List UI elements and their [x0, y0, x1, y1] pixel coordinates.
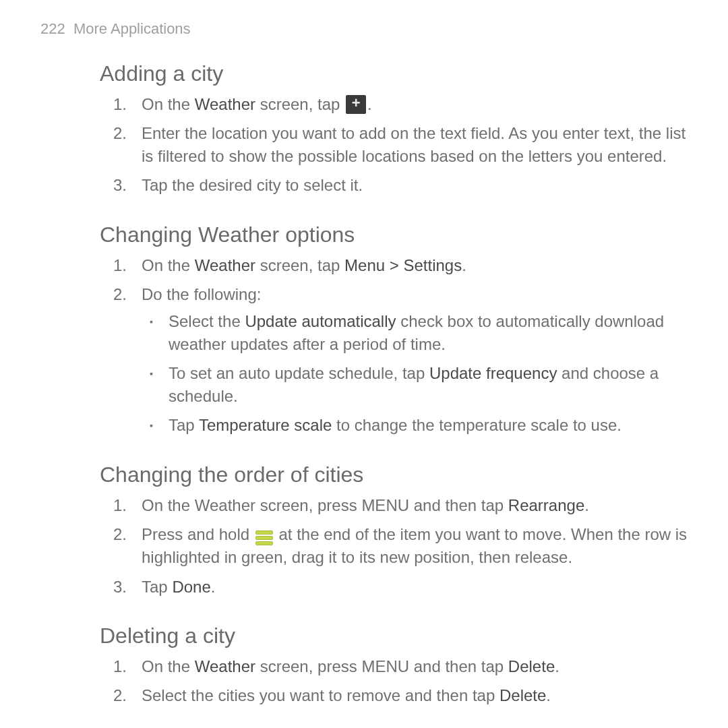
step-item: 3. Tap Done. — [40, 576, 688, 599]
ui-label-weather: Weather — [195, 95, 255, 113]
step-text: On the Weather screen, press MENU and th… — [142, 496, 508, 514]
page-number: 222 — [40, 20, 65, 37]
step-item: 2. Select the cities you want to remove … — [40, 684, 688, 707]
bullet-text: to change the temperature scale to use. — [332, 416, 621, 434]
ui-label-delete: Delete — [508, 657, 555, 675]
section-changing-options: Changing Weather options 1. On the Weath… — [40, 220, 688, 437]
step-item: 1. On the Weather screen, tap Menu > Set… — [40, 254, 688, 277]
ui-label-delete: Delete — [499, 686, 546, 704]
step-text: Tap — [142, 578, 172, 596]
step-item: 3. Tap the desired city to select it. — [40, 174, 688, 197]
ui-label-menu-settings: Menu > Settings — [344, 256, 462, 274]
ui-label-update-automatically: Update automatically — [245, 312, 396, 330]
steps-list: 1. On the Weather screen, tap Menu > Set… — [40, 254, 688, 437]
steps-list: 1. On the Weather screen, tap . 2. Enter… — [40, 93, 688, 197]
step-item: 2. Enter the location you want to add on… — [40, 122, 688, 167]
ui-label-update-frequency: Update frequency — [429, 364, 557, 382]
step-item: 1. On the Weather screen, press MENU and… — [40, 494, 688, 517]
section-title: Adding a city — [100, 59, 688, 89]
step-text: . — [211, 578, 216, 596]
step-text: Select the cities you want to remove and… — [142, 686, 499, 704]
steps-list: 1. On the Weather screen, press MENU and… — [40, 494, 688, 598]
step-text: . — [462, 256, 466, 274]
ui-label-weather: Weather — [195, 256, 255, 274]
section-adding-city: Adding a city 1. On the Weather screen, … — [40, 59, 688, 197]
step-number: 2. — [113, 283, 127, 306]
document-page: 222 More Applications Adding a city 1. O… — [0, 0, 728, 728]
bullet-item: To set an auto update schedule, tap Upda… — [142, 362, 688, 407]
section-title: Changing Weather options — [100, 220, 688, 250]
step-item: 2. Press and hold at the end of the item… — [40, 523, 688, 568]
step-text: Press and hold — [142, 525, 254, 543]
step-text: . — [555, 657, 559, 675]
bullet-text: Tap — [169, 416, 199, 434]
step-number: 2. — [113, 684, 127, 707]
section-title: Deleting a city — [100, 621, 688, 651]
step-item: 1. On the Weather screen, press MENU and… — [40, 655, 688, 678]
step-text: Do the following: — [142, 285, 261, 303]
step-text: . — [546, 686, 551, 704]
ui-label-temperature-scale: Temperature scale — [199, 416, 332, 434]
bullet-list: Select the Update automatically check bo… — [142, 310, 688, 437]
step-text: On the — [142, 657, 195, 675]
step-text: screen, tap — [255, 256, 344, 274]
page-header: 222 More Applications — [40, 19, 688, 40]
section-deleting-city: Deleting a city 1. On the Weather screen… — [40, 621, 688, 707]
step-number: 3. — [113, 576, 127, 599]
step-text: screen, press MENU and then tap — [255, 657, 508, 675]
bullet-item: Select the Update automatically check bo… — [142, 310, 688, 355]
bullet-item: Tap Temperature scale to change the temp… — [142, 414, 688, 437]
step-text: On the — [142, 256, 195, 274]
step-text: screen, tap — [255, 95, 344, 113]
bullet-text: Select the — [169, 312, 245, 330]
step-item: 1. On the Weather screen, tap . — [40, 93, 688, 116]
step-number: 2. — [113, 523, 127, 546]
step-number: 3. — [113, 174, 127, 197]
chapter-title: More Applications — [73, 20, 191, 37]
step-text: Enter the location you want to add on th… — [142, 124, 686, 165]
bullet-text: To set an auto update schedule, tap — [169, 364, 429, 382]
step-number: 1. — [113, 254, 127, 277]
ui-label-done: Done — [172, 578, 210, 596]
plus-icon — [346, 95, 366, 114]
step-number: 1. — [113, 655, 127, 678]
step-text: . — [584, 496, 589, 514]
drag-handle-icon — [255, 530, 273, 544]
section-changing-order: Changing the order of cities 1. On the W… — [40, 460, 688, 598]
step-text: . — [367, 95, 372, 113]
step-text: Tap the desired city to select it. — [142, 176, 363, 194]
steps-list: 1. On the Weather screen, press MENU and… — [40, 655, 688, 707]
ui-label-rearrange: Rearrange — [508, 496, 584, 514]
ui-label-weather: Weather — [195, 657, 255, 675]
step-number: 2. — [113, 122, 127, 145]
step-text: On the — [142, 95, 195, 113]
section-title: Changing the order of cities — [100, 460, 688, 490]
step-item: 2. Do the following: Select the Update a… — [40, 283, 688, 437]
step-number: 1. — [113, 93, 127, 116]
step-number: 1. — [113, 494, 127, 517]
